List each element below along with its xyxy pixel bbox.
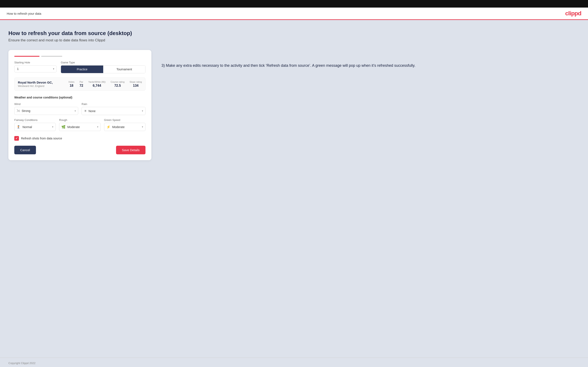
rain-group: Rain ☀ None ▾ (82, 102, 146, 115)
course-rating-value: 72.5 (114, 84, 121, 88)
course-rating-stat: Course rating 72.5 (111, 81, 124, 88)
starting-hole-chevron-icon: ▾ (53, 67, 54, 70)
fairway-group: Fairway Conditions 🏌 Normal ▾ (14, 118, 56, 131)
course-name-block: Royal North Devon GC, Westward Ho!, Engl… (18, 81, 63, 88)
starting-hole-value: 1 (17, 67, 19, 71)
fairway-icon: 🏌 (17, 125, 21, 129)
page-subheading: Ensure the correct and most up to date d… (9, 38, 579, 42)
rough-chevron-icon: ▾ (97, 125, 98, 128)
tournament-button[interactable]: Tournament (103, 66, 145, 73)
starting-hole-select[interactable]: 1 ▾ (14, 65, 57, 72)
holes-value: 18 (69, 84, 73, 88)
par-value: 72 (79, 84, 83, 88)
green-speed-select[interactable]: ⚡ Moderate ▾ (104, 123, 146, 131)
wind-group: Wind 🌬 Strong ▾ (14, 102, 78, 115)
rough-value: Moderate (67, 125, 95, 129)
rough-group: Rough 🌿 Moderate ▾ (59, 118, 101, 131)
cancel-button[interactable]: Cancel (14, 146, 36, 154)
tab-active (14, 56, 40, 57)
checkmark-icon: ✓ (15, 137, 18, 140)
description-text: 3) Make any extra edits necessary to the… (161, 63, 579, 69)
yards-stat: Yards/White (M)) 6,744 (88, 81, 105, 88)
yards-label: Yards/White (M)) (88, 81, 105, 83)
fairway-select[interactable]: 🏌 Normal ▾ (14, 123, 56, 131)
button-row: Cancel Save Details (14, 146, 146, 154)
slope-rating-label: Slope rating (130, 81, 142, 83)
fairway-label: Fairway Conditions (14, 118, 56, 122)
starting-hole-group: Starting Hole 1 ▾ (14, 61, 57, 73)
header: How to refresh your data clippd (0, 8, 588, 20)
rain-select[interactable]: ☀ None ▾ (82, 107, 146, 115)
green-speed-chevron-icon: ▾ (142, 125, 143, 128)
holes-stat: Holes 18 (69, 81, 74, 88)
game-type-label: Game Type (61, 61, 146, 64)
slope-rating-stat: Slope rating 134 (130, 81, 142, 88)
wind-rain-row: Wind 🌬 Strong ▾ Rain ☀ None ▾ (14, 102, 146, 115)
wind-select[interactable]: 🌬 Strong ▾ (14, 107, 78, 115)
rough-select[interactable]: 🌿 Moderate ▾ (59, 123, 101, 131)
three-col-row: Fairway Conditions 🏌 Normal ▾ Rough 🌿 Mo… (14, 118, 146, 131)
page-heading: How to refresh your data from source (de… (9, 30, 579, 37)
card-top-tabs (14, 56, 146, 57)
course-rating-label: Course rating (111, 81, 124, 83)
green-speed-group: Green Speed ⚡ Moderate ▾ (104, 118, 146, 131)
holes-label: Holes (69, 81, 74, 83)
rain-chevron-icon: ▾ (142, 110, 143, 112)
wind-label: Wind (14, 102, 78, 106)
wind-value: Strong (22, 109, 73, 113)
course-info-row: Royal North Devon GC, Westward Ho!, Engl… (14, 77, 146, 91)
main-content: How to refresh your data from source (de… (0, 20, 588, 358)
game-type-group: Game Type Practice Tournament (61, 61, 146, 73)
footer: Copyright Clippd 2022 (0, 358, 588, 367)
course-name: Royal North Devon GC, (18, 81, 63, 84)
fairway-chevron-icon: ▾ (52, 125, 53, 128)
header-title: How to refresh your data (7, 12, 41, 15)
tab-inactive (41, 56, 62, 57)
green-speed-label: Green Speed (104, 118, 146, 122)
par-stat: Par 72 (79, 81, 83, 88)
course-location: Westward Ho!, England (18, 85, 63, 88)
game-type-toggle: Practice Tournament (61, 65, 146, 73)
save-button[interactable]: Save Details (116, 146, 146, 154)
rain-icon: ☀ (84, 109, 87, 113)
rain-label: Rain (82, 102, 146, 106)
rain-value: None (88, 109, 140, 113)
fairway-value: Normal (23, 125, 51, 129)
form-row-top: Starting Hole 1 ▾ Game Type Practice Tou… (14, 61, 146, 73)
rough-icon: 🌿 (61, 125, 66, 129)
wind-icon: 🌬 (17, 109, 20, 113)
top-bar (0, 0, 588, 8)
par-label: Par (79, 81, 83, 83)
practice-button[interactable]: Practice (61, 66, 103, 73)
checkbox-row: ✓ Refresh shots from data source (14, 136, 146, 141)
refresh-checkbox[interactable]: ✓ (14, 136, 19, 141)
starting-hole-label: Starting Hole (14, 61, 57, 64)
rough-label: Rough (59, 118, 101, 122)
logo: clippd (565, 10, 581, 17)
form-card: Starting Hole 1 ▾ Game Type Practice Tou… (9, 50, 151, 160)
refresh-label: Refresh shots from data source (21, 137, 62, 140)
content-area: Starting Hole 1 ▾ Game Type Practice Tou… (9, 50, 579, 160)
slope-rating-value: 134 (133, 84, 138, 88)
wind-chevron-icon: ▾ (75, 110, 76, 112)
description-block: 3) Make any extra edits necessary to the… (161, 50, 579, 69)
conditions-heading: Weather and course conditions (optional) (14, 96, 146, 99)
green-speed-icon: ⚡ (106, 125, 111, 129)
copyright-text: Copyright Clippd 2022 (9, 362, 35, 365)
green-speed-value: Moderate (112, 125, 140, 129)
yards-value: 6,744 (93, 84, 101, 88)
